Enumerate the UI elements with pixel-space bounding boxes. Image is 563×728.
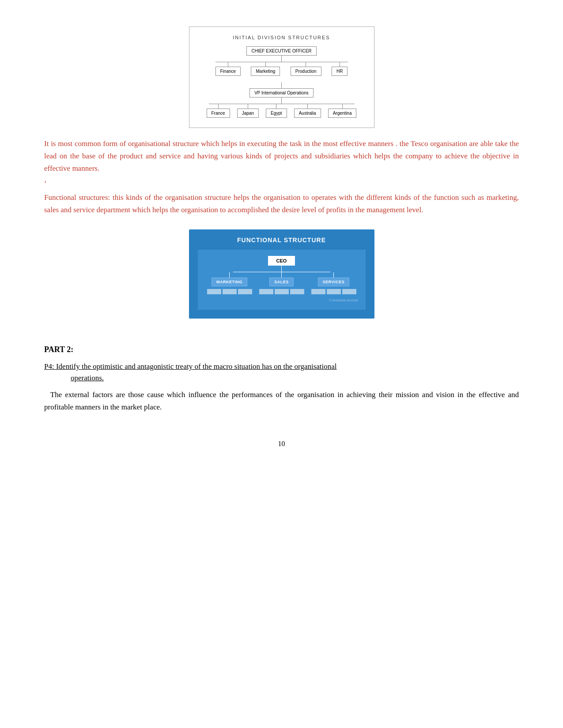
japan-item: Japan: [237, 104, 259, 118]
func-services-subs: [311, 289, 356, 294]
level2-row: France Japan Egypt Australia: [207, 104, 357, 118]
paragraph-2: Functional structures: this kinds of the…: [44, 191, 519, 216]
func-inner: CEO MARKETING SALES: [198, 250, 366, 310]
func-marketing-branch: MARKETING: [207, 272, 252, 294]
func-marketing-subs: [207, 289, 252, 294]
argentina-item: Argentina: [328, 104, 357, 118]
func-s-sub3: [290, 289, 304, 294]
france-item: France: [207, 104, 230, 118]
vp-bottom-connector: [281, 98, 282, 104]
hr-item: HR: [332, 62, 348, 76]
level2-container: France Japan Egypt Australia: [198, 104, 365, 118]
apostrophe-char: ‘: [44, 179, 519, 188]
ceo-v-connector: [281, 56, 282, 62]
func-sales-branch: SALES: [259, 272, 304, 294]
division-diagram: INITIAL DIVISION STRUCTURES CHIEF EXECUT…: [189, 26, 374, 128]
func-sv-sub2: [327, 289, 341, 294]
org-chart: CHIEF EXECUTIVE OFFICER Finance Marketin…: [198, 46, 365, 118]
finance-item: Finance: [215, 62, 241, 76]
func-watermark: © functional structure: [329, 299, 358, 302]
p4-heading-line1: P4: Identify the optimistic and antagoni…: [44, 362, 519, 371]
func-services-box: SERVICES: [318, 278, 349, 286]
paragraph-1: It is most common form of organisational…: [44, 138, 519, 175]
func-m-sub3: [238, 289, 252, 294]
hr-box: HR: [332, 67, 348, 76]
hr-vline: [340, 62, 340, 67]
p4-heading-line2: operations.: [44, 374, 519, 383]
marketing-item: Marketing: [251, 62, 280, 76]
production-vline: [306, 62, 306, 67]
marketing-vline: [265, 62, 266, 67]
level1-container: Finance Marketing Production HR: [198, 62, 365, 76]
egypt-item: Egypt: [266, 104, 287, 118]
australia-item: Australia: [294, 104, 321, 118]
vp-top-connector: [281, 82, 282, 88]
func-services-branch: SERVICES: [311, 272, 356, 294]
production-item: Production: [291, 62, 321, 76]
argentina-box: Argentina: [328, 109, 357, 118]
diagram-title: INITIAL DIVISION STRUCTURES: [198, 35, 365, 40]
marketing-box: Marketing: [251, 67, 280, 76]
func-s-sub1: [259, 289, 273, 294]
func-marketing-box: MARKETING: [212, 278, 247, 286]
part2-body: The external factors are those cause whi…: [44, 389, 519, 413]
func-ceo-section: CEO: [233, 256, 330, 272]
func-ceo-box: CEO: [268, 256, 295, 266]
func-diagram-title: FUNCTIONAL STRUCTURE: [198, 236, 366, 244]
func-sales-subs: [259, 289, 304, 294]
func-m-sub2: [223, 289, 237, 294]
vp-container: VP International Operations: [249, 82, 314, 104]
func-sv-sub1: [311, 289, 325, 294]
func-ceo-vline: [281, 266, 282, 272]
func-m-sub1: [207, 289, 221, 294]
egypt-box: Egypt: [266, 109, 287, 118]
production-box: Production: [291, 67, 321, 76]
australia-box: Australia: [294, 109, 321, 118]
func-sales-box: SALES: [269, 278, 294, 286]
page-number: 10: [44, 440, 519, 448]
func-sv-sub3: [342, 289, 356, 294]
func-departments: MARKETING SALES: [207, 272, 356, 294]
func-s-sub2: [275, 289, 289, 294]
level1-row: Finance Marketing Production HR: [215, 62, 348, 76]
vp-box: VP International Operations: [249, 88, 314, 98]
functional-diagram: FUNCTIONAL STRUCTURE CEO MARKETING: [189, 229, 374, 319]
finance-box: Finance: [215, 67, 241, 76]
page-content: INITIAL DIVISION STRUCTURES CHIEF EXECUT…: [44, 26, 519, 448]
part2-heading: PART 2:: [44, 345, 519, 354]
ceo-box: CHIEF EXECUTIVE OFFICER: [246, 46, 316, 56]
finance-vline: [228, 62, 228, 67]
japan-box: Japan: [237, 109, 259, 118]
france-box: France: [207, 109, 230, 118]
